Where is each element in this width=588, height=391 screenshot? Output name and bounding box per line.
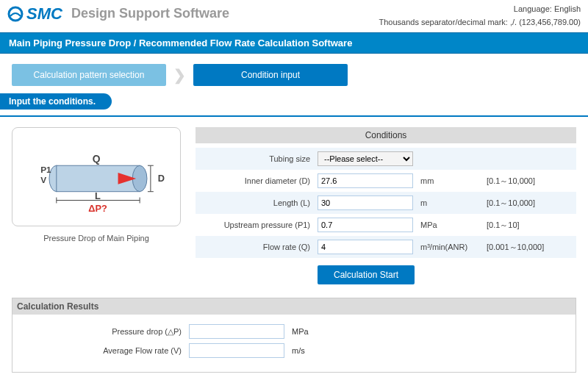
instruction-banner: Input the conditions. [0, 93, 112, 110]
svg-text:ΔP?: ΔP? [88, 203, 107, 214]
avg-flow-output [189, 343, 284, 358]
results-heading: Calculation Results [12, 298, 576, 315]
page-title: Main Piping Pressure Drop / Recommended … [0, 32, 588, 54]
length-label: Length (L) [196, 198, 318, 207]
upstream-pressure-unit: MPa [420, 220, 487, 229]
avg-flow-label: Average Flow rate (V) [20, 346, 189, 355]
svg-text:L: L [95, 190, 101, 201]
inner-diameter-range: [0.1～10,000] [487, 176, 576, 187]
tubing-size-select[interactable]: --Please select-- [318, 151, 413, 166]
brand-logo: SMC [7, 4, 62, 24]
language-row[interactable]: Language: English [379, 4, 581, 13]
tubing-size-label: Tubing size [196, 154, 318, 163]
svg-text:Q: Q [93, 154, 101, 165]
svg-text:V: V [40, 175, 46, 185]
conditions-heading: Conditions [196, 127, 576, 143]
step-calc-pattern[interactable]: Calculation pattern selection [12, 64, 166, 86]
inner-diameter-input[interactable] [318, 173, 413, 188]
language-label: Language: [514, 4, 552, 13]
upstream-pressure-input[interactable] [318, 218, 413, 232]
calculation-start-button[interactable]: Calculation Start [318, 265, 415, 284]
brand-text: SMC [26, 4, 62, 24]
length-input[interactable] [318, 196, 413, 210]
step-condition-input[interactable]: Condition input [193, 64, 348, 86]
avg-flow-unit: m/s [292, 346, 305, 355]
inner-diameter-unit: mm [420, 176, 487, 185]
length-unit: m [420, 198, 487, 207]
svg-text:P1: P1 [40, 165, 51, 175]
flow-rate-label: Flow rate (Q) [196, 243, 318, 251]
format-note: Thousands separator/decimal mark: ,/. (1… [379, 18, 581, 26]
app-title: Design Support Software [71, 6, 229, 21]
inner-diameter-label: Inner diameter (D) [196, 176, 318, 185]
upstream-pressure-label: Upstream pressure (P1) [196, 220, 318, 229]
chevron-right-icon: ❯ [173, 66, 186, 84]
flow-rate-range: [0.001～10,000] [487, 242, 576, 253]
svg-text:D: D [158, 173, 165, 184]
diagram-caption: Pressure Drop of Main Piping [12, 234, 181, 243]
length-range: [0.1～10,000] [487, 198, 576, 209]
language-value: English [554, 4, 581, 13]
upstream-pressure-range: [0.1～10] [487, 220, 576, 231]
pressure-drop-unit: MPa [292, 327, 309, 336]
pressure-drop-output [189, 324, 284, 339]
flow-rate-input[interactable] [318, 240, 413, 254]
pressure-drop-label: Pressure drop (△P) [20, 327, 189, 337]
flow-rate-unit: m³/min(ANR) [420, 243, 487, 251]
piping-diagram: Q D P1 V L ΔP? [12, 127, 181, 226]
